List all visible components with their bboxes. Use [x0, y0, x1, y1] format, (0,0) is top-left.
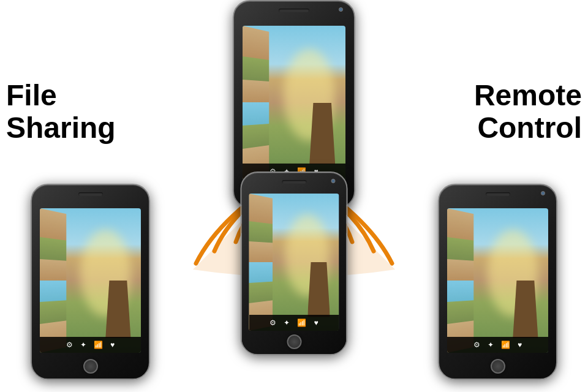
- film-strip-top: [243, 26, 270, 179]
- dropbox-icon-br: ✦: [488, 341, 494, 349]
- wifi-icon-bl: 📶: [94, 341, 103, 349]
- phone-top-camera-dot: [339, 7, 343, 12]
- phone-bc-screen: ⚙ ✦ 📶 ♥: [249, 194, 339, 331]
- wifi-icon-br: 📶: [501, 341, 510, 349]
- film-strip-bc: [249, 194, 273, 331]
- phone-bl-screen: ⚙ ✦ 📶 ♥: [40, 208, 141, 353]
- dropbox-icon-bl: ✦: [80, 341, 86, 349]
- film-strip-bl: [40, 208, 66, 353]
- toolbar-bl: ⚙ ✦ 📶 ♥: [40, 337, 141, 353]
- phone-bl-home-btn[interactable]: [83, 359, 98, 374]
- phone-br-home-btn[interactable]: [491, 359, 505, 374]
- settings-icon-bc: ⚙: [270, 318, 276, 327]
- phone-bc-camera-dot: [331, 179, 336, 183]
- remote-control-label: Remote Control: [474, 80, 582, 145]
- phone-bc-speaker: [282, 180, 306, 184]
- heart-icon-bc: ♥: [314, 318, 318, 327]
- phone-br-screen: ⚙ ✦ 📶 ♥: [447, 208, 548, 353]
- phone-bottom-left: ⚙ ✦ 📶 ♥: [31, 184, 150, 380]
- toolbar-br: ⚙ ✦ 📶 ♥: [447, 337, 548, 353]
- phone-br-camera-dot: [541, 191, 545, 195]
- wifi-icon-bc: 📶: [297, 318, 306, 327]
- file-sharing-label: File Sharing: [6, 80, 116, 145]
- phone-bc-home-btn[interactable]: [287, 334, 301, 349]
- scene: File Sharing Remote Control: [0, 0, 588, 392]
- heart-icon-bl: ♥: [110, 341, 115, 349]
- settings-icon-bl: ⚙: [66, 341, 73, 349]
- film-strip-br: [447, 208, 473, 353]
- phone-bottom-center: ⚙ ✦ 📶 ♥: [241, 172, 348, 355]
- phone-bl-speaker: [78, 192, 103, 196]
- dropbox-icon-bc: ✦: [284, 318, 290, 327]
- heart-icon-br: ♥: [518, 341, 522, 349]
- phone-bottom-right: ⚙ ✦ 📶 ♥: [438, 184, 557, 380]
- toolbar-bc: ⚙ ✦ 📶 ♥: [249, 315, 339, 331]
- file-sharing-text: File Sharing: [6, 79, 116, 144]
- phone-br-speaker: [486, 192, 510, 196]
- settings-icon-br: ⚙: [473, 341, 480, 349]
- phone-top-speaker: [279, 9, 309, 12]
- phone-top-screen: ⚙ ✦ 📶 ♥: [243, 26, 345, 179]
- remote-control-text: Remote Control: [474, 79, 582, 144]
